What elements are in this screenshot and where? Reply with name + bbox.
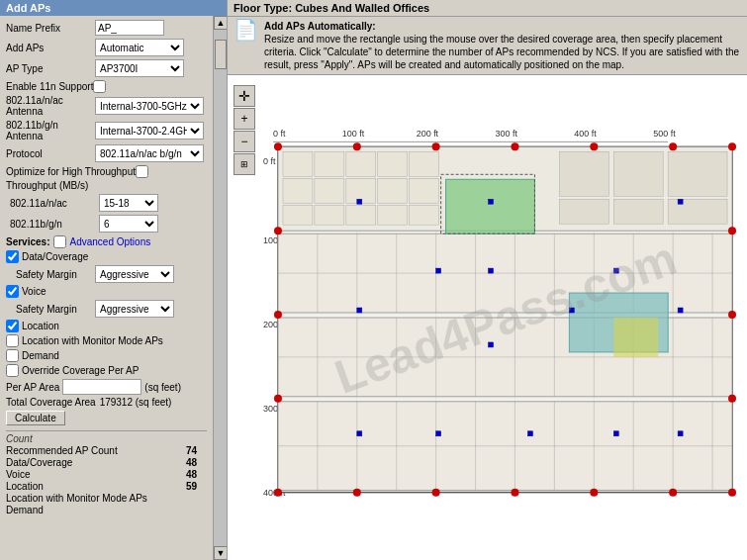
svg-rect-98 (357, 431, 362, 436)
location-monitor-result-row: Location with Monitor Mode APs (6, 493, 207, 504)
svg-rect-96 (357, 199, 362, 204)
scroll-up-button[interactable]: ▲ (214, 16, 227, 30)
ap-type-row: AP Type AP3700I AP3700E (6, 59, 207, 77)
recommended-ap-row: Recommended AP Count 74 (6, 445, 207, 456)
instruction-text: Add APs Automatically: Resize and move t… (264, 20, 741, 71)
scroll-track[interactable] (214, 30, 227, 546)
svg-rect-91 (613, 268, 618, 273)
calculate-button[interactable]: Calculate (6, 411, 65, 425)
location-checkbox[interactable] (6, 320, 19, 332)
data-coverage-row: Data/Coverage (6, 250, 207, 263)
svg-point-109 (274, 489, 282, 497)
antenna2-select[interactable]: Internal-3700-2.4GHz (95, 122, 204, 140)
svg-point-104 (432, 142, 440, 150)
throughput-1-row: 802.11a/n/ac 15-18 (10, 194, 207, 212)
data-coverage-checkbox[interactable] (6, 250, 19, 263)
svg-rect-28 (315, 178, 344, 203)
svg-point-102 (274, 142, 282, 150)
safety2-row: Safety Margin Aggressive Moderate (16, 300, 207, 318)
svg-rect-86 (613, 318, 658, 357)
panel-content: Name Prefix Add APs Automatic Manual AP … (0, 16, 213, 560)
optimize-checkbox[interactable] (136, 165, 148, 178)
svg-rect-32 (283, 205, 313, 225)
svg-point-112 (511, 489, 518, 497)
svg-rect-95 (678, 431, 683, 436)
svg-point-108 (728, 142, 736, 150)
override-checkbox[interactable] (6, 364, 19, 377)
svg-rect-82 (446, 179, 535, 233)
svg-text:0 ft: 0 ft (273, 129, 286, 139)
floor-type-bar: Floor Type: Cubes And Walled Offices (228, 0, 747, 17)
svg-rect-37 (559, 151, 608, 196)
grid-view-button[interactable]: ⊞ (233, 153, 255, 175)
safety1-row: Safety Margin Aggressive Moderate (16, 265, 207, 283)
svg-rect-30 (378, 178, 408, 203)
protocol-select[interactable]: 802.11a/n/ac b/g/n (95, 144, 204, 162)
protocol-label: Protocol (6, 148, 95, 159)
map-area: 0 ft 100 ft 200 ft 300 ft 400 ft 500 ft … (263, 75, 747, 560)
svg-rect-94 (678, 308, 683, 313)
location-row: Location (6, 320, 207, 332)
advanced-checkbox[interactable] (53, 235, 66, 248)
svg-point-113 (590, 489, 598, 497)
safety2-select[interactable]: Aggressive Moderate (95, 300, 174, 318)
zoom-out-button[interactable]: − (233, 131, 255, 152)
svg-rect-38 (613, 151, 663, 196)
svg-point-114 (669, 489, 677, 497)
demand-result-label: Demand (6, 505, 44, 515)
svg-rect-25 (378, 151, 408, 176)
antenna1-label: 802.11a/n/ac Antenna (6, 95, 95, 117)
svg-rect-87 (489, 199, 494, 204)
svg-text:100: 100 (263, 235, 278, 245)
per-ap-row: Per AP Area (sq feet) (6, 379, 207, 395)
scroll-down-button[interactable]: ▼ (214, 546, 227, 560)
per-ap-input[interactable] (62, 379, 141, 395)
demand-row: Demand (6, 349, 207, 362)
add-aps-label: Add APs (6, 43, 95, 53)
voice-checkbox[interactable] (6, 285, 19, 298)
svg-point-120 (274, 395, 282, 403)
location-monitor-checkbox[interactable] (6, 334, 19, 347)
antenna1-select[interactable]: Internal-3700-5GHz (95, 97, 204, 115)
advanced-options-link[interactable]: Advanced Options (69, 236, 150, 247)
svg-rect-33 (315, 205, 344, 225)
svg-text:300 ft: 300 ft (496, 129, 518, 139)
left-panel: Add APs Name Prefix Add APs Automatic Ma… (0, 0, 228, 560)
throughput-1-select[interactable]: 15-18 (99, 194, 158, 212)
svg-text:200: 200 (263, 320, 278, 329)
name-prefix-row: Name Prefix (6, 20, 207, 36)
svg-rect-41 (613, 199, 663, 224)
svg-rect-24 (346, 151, 376, 176)
svg-rect-23 (315, 151, 344, 176)
svg-rect-26 (410, 151, 439, 176)
enable11n-label: Enable 11n Support (6, 81, 93, 92)
optimize-row: Optimize for High Throughput (6, 165, 207, 178)
svg-text:100 ft: 100 ft (342, 129, 365, 139)
zoom-in-button[interactable]: + (233, 108, 255, 130)
safety1-select[interactable]: Aggressive Moderate (95, 265, 174, 283)
throughput-2-select[interactable]: 6 (99, 215, 158, 233)
pdf-icon[interactable]: 📄 (233, 20, 258, 40)
demand-checkbox[interactable] (6, 349, 19, 362)
location-result-label: Location (6, 481, 44, 492)
panel-title: Add APs (0, 0, 227, 16)
map-container: ✛ + − ⊞ 0 ft 100 ft 200 ft 300 ft 400 ft… (228, 75, 747, 560)
scroll-thumb[interactable] (215, 40, 227, 69)
location-label: Location (22, 321, 59, 331)
add-aps-select[interactable]: Automatic Manual (95, 39, 184, 56)
pan-tool-button[interactable]: ✛ (233, 85, 255, 107)
svg-rect-99 (436, 268, 441, 273)
instruction-area: 📄 Add APs Automatically: Resize and move… (228, 17, 747, 75)
name-prefix-input[interactable] (95, 20, 164, 36)
enable11n-checkbox[interactable] (93, 80, 106, 93)
divider (6, 430, 207, 431)
throughput-header-row: Throughput (MB/s) (6, 180, 207, 191)
throughput-2-label: 802.11b/g/n (10, 219, 99, 230)
svg-rect-92 (613, 431, 618, 436)
svg-point-107 (669, 142, 677, 150)
voice-result-label: Voice (6, 469, 30, 480)
svg-rect-90 (569, 308, 574, 313)
ap-type-select[interactable]: AP3700I AP3700E (95, 59, 184, 77)
right-panel: Floor Type: Cubes And Walled Offices 📄 A… (228, 0, 747, 560)
total-coverage-row: Total Coverage Area 179312 (sq feet) (6, 397, 207, 408)
